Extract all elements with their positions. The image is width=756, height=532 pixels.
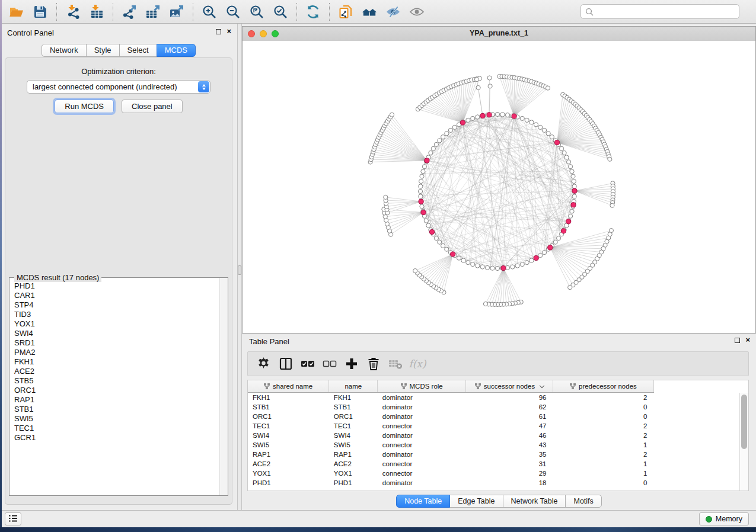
save-session-button[interactable]	[30, 2, 51, 21]
mcds-result-item[interactable]: ORC1	[14, 386, 219, 395]
float-table-panel-icon[interactable]	[735, 338, 740, 343]
table-scrollbar-thumb[interactable]	[741, 395, 747, 449]
table-row[interactable]: YOX1YOX1connector291	[248, 469, 748, 478]
tab-mcds[interactable]: MCDS	[157, 44, 196, 57]
mcds-result-list[interactable]: PHD1CAR1STP4TID3YOX1SWI4SRD1PMA2FKH1ACE2…	[10, 281, 219, 495]
panel-splitter[interactable]	[237, 24, 242, 511]
criterion-dropdown[interactable]: largest connected component (undirected)	[27, 80, 210, 94]
table-row[interactable]: ACE2ACE2connector311	[248, 459, 748, 469]
import-network-button[interactable]	[62, 2, 84, 21]
run-mcds-button[interactable]: Run MCDS	[55, 100, 114, 113]
task-history-button[interactable]	[5, 512, 21, 525]
export-image-button[interactable]	[166, 2, 187, 21]
close-table-panel-icon[interactable]	[745, 337, 750, 343]
memory-button[interactable]: Memory	[699, 512, 749, 525]
table-toolbar: f(x)	[247, 351, 749, 376]
splitter-grip[interactable]	[238, 265, 241, 275]
export-table-icon	[145, 4, 161, 20]
table-row[interactable]: STB1STB1dominator620	[248, 402, 748, 412]
column-header-MCDS-role[interactable]: MCDS role	[378, 380, 466, 392]
delete-table-icon	[388, 358, 403, 370]
table-row[interactable]: RAP1RAP1dominator352	[248, 450, 748, 459]
mcds-result-item[interactable]: CAR1	[14, 291, 219, 300]
deselect-all-checkboxes-button[interactable]	[320, 354, 340, 373]
mcds-result-item[interactable]: TEC1	[14, 424, 219, 433]
column-header-shared-name[interactable]: shared name	[248, 380, 329, 392]
show-column-button[interactable]	[276, 354, 296, 373]
settings-gear-button[interactable]	[254, 354, 274, 373]
network-window: YPA_prune.txt_1	[242, 26, 756, 334]
zoom-in-button[interactable]	[199, 2, 220, 21]
zoom-in-icon	[202, 4, 217, 20]
mcds-result-item[interactable]: SWI5	[14, 414, 219, 424]
close-panel-icon[interactable]	[227, 28, 231, 34]
mcds-result-item[interactable]: GCR1	[14, 433, 219, 443]
delete-row-button[interactable]	[363, 354, 384, 373]
mcds-result-item[interactable]: PMA2	[14, 348, 219, 357]
mcds-result-item[interactable]: STB5	[14, 376, 219, 386]
tab-network-table[interactable]: Network Table	[503, 495, 566, 508]
main-toolbar-icons	[5, 2, 429, 21]
show-all-button[interactable]	[406, 2, 428, 21]
open-file-button[interactable]	[6, 2, 27, 21]
column-header-successor-nodes[interactable]: successor nodes	[466, 380, 553, 392]
float-panel-icon[interactable]	[216, 29, 221, 34]
zoom-selected-button[interactable]	[270, 2, 291, 21]
mcds-result-item[interactable]: STB1	[14, 405, 219, 414]
open-file-icon	[9, 4, 24, 20]
zoom-fit-button[interactable]	[246, 2, 267, 21]
mcds-list-scrollbar[interactable]	[219, 278, 228, 495]
node-table-header-row: shared namenameMCDS rolesuccessor nodesp…	[248, 380, 748, 392]
add-row-button[interactable]	[342, 354, 362, 373]
list-icon	[8, 514, 18, 524]
network-canvas[interactable]	[243, 41, 755, 333]
mcds-result-item[interactable]: ACE2	[14, 367, 219, 376]
table-row[interactable]: PHD1PHD1dominator180	[248, 478, 748, 488]
tab-motifs[interactable]: Motifs	[565, 495, 601, 508]
network-window-titlebar[interactable]: YPA_prune.txt_1	[243, 27, 755, 41]
optimization-criterion-label: Optimization criterion:	[5, 67, 232, 76]
select-all-checkboxes-button[interactable]	[298, 354, 318, 373]
mcds-result-item[interactable]: STP4	[14, 300, 219, 310]
tab-select[interactable]: Select	[119, 44, 157, 57]
zoom-out-button[interactable]	[222, 2, 244, 21]
first-neighbors-button[interactable]	[359, 2, 380, 21]
mcds-result-item[interactable]: SWI4	[14, 329, 219, 338]
mcds-result-item[interactable]: RAP1	[14, 395, 219, 405]
table-row[interactable]: SWI4SWI4dominator462	[248, 431, 748, 440]
mcds-result-item[interactable]: FKH1	[14, 357, 219, 367]
table-row[interactable]: SWI5SWI5connector431	[248, 440, 748, 450]
close-panel-button[interactable]: Close panel	[122, 100, 183, 113]
table-scrollbar[interactable]	[739, 393, 748, 491]
first-neighbors-icon	[362, 4, 377, 20]
mcds-result-item[interactable]: TID3	[14, 310, 219, 319]
tab-edge-table[interactable]: Edge Table	[449, 495, 503, 508]
duplicate-network-button[interactable]	[335, 2, 356, 21]
mcds-result-item[interactable]: PHD1	[14, 281, 219, 291]
import-table-button[interactable]	[86, 2, 107, 21]
column-header-filler	[653, 380, 748, 392]
toolbar-separator	[113, 3, 113, 21]
mcds-result-item[interactable]: SRD1	[14, 338, 219, 348]
search-input[interactable]	[594, 5, 739, 18]
function-builder-button[interactable]: f(x)	[407, 354, 428, 373]
table-row[interactable]: ORC1ORC1dominator610	[248, 412, 748, 421]
export-network-button[interactable]	[119, 2, 140, 21]
tab-network[interactable]: Network	[42, 44, 87, 57]
export-table-button[interactable]	[142, 2, 164, 21]
mcds-result-item[interactable]: YOX1	[14, 319, 219, 329]
workspace: YPA_prune.txt_1 Table Panel f(x) shared …	[242, 24, 756, 511]
hide-selected-button[interactable]	[382, 2, 404, 21]
table-panel-title: Table Panel	[249, 337, 289, 346]
column-header-name[interactable]: name	[329, 380, 378, 392]
tab-style[interactable]: Style	[86, 44, 120, 57]
table-row[interactable]: TEC1TEC1connector472	[248, 421, 748, 431]
function-builder-icon: f(x)	[409, 358, 426, 370]
tab-node-table[interactable]: Node Table	[396, 495, 450, 508]
desktop-edge-left	[0, 0, 2, 527]
refresh-view-button[interactable]	[302, 2, 324, 21]
column-header-predecessor-nodes[interactable]: predecessor nodes	[553, 380, 653, 392]
table-row[interactable]: FKH1FKH1dominator962	[248, 392, 748, 402]
search-box[interactable]	[580, 4, 739, 19]
delete-table-button[interactable]	[385, 354, 406, 373]
